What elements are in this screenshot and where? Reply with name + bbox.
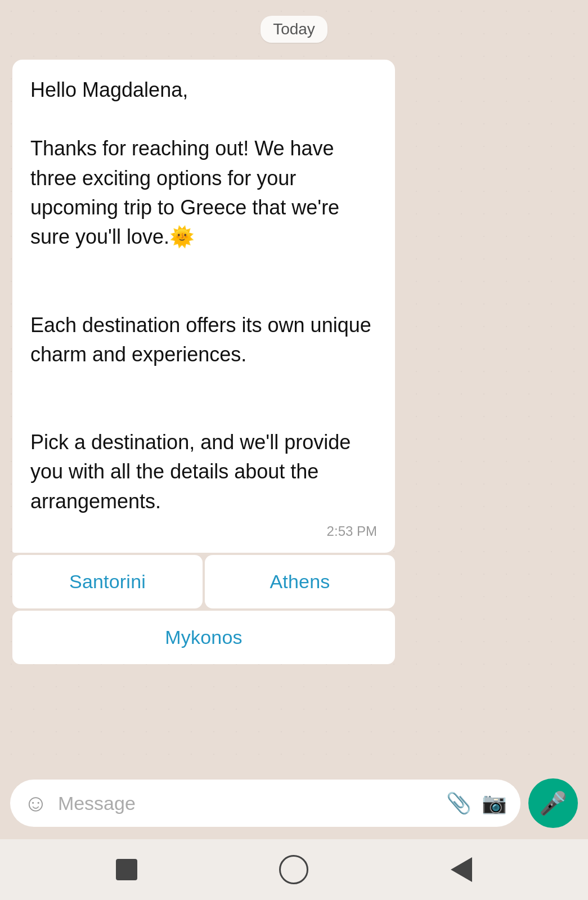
message-text-intro: Thanks for reaching out! We have three e… xyxy=(30,134,377,252)
mic-icon: 🎤 xyxy=(539,790,567,817)
date-badge: Today xyxy=(261,16,327,43)
quick-reply-santorini[interactable]: Santorini xyxy=(12,555,203,608)
nav-bar xyxy=(0,839,588,900)
input-area: ☺ Message 📎 📷 🎤 xyxy=(0,769,588,839)
message-bubble: Hello Magdalena, Thanks for reaching out… xyxy=(12,60,395,553)
message-timestamp: 2:53 PM xyxy=(30,522,377,541)
message-text-pick: Pick a destination, and we'll provide yo… xyxy=(30,428,377,516)
chat-container: Today Hello Magdalena, Thanks for reachi… xyxy=(0,0,588,900)
messages-area: Hello Magdalena, Thanks for reaching out… xyxy=(0,54,588,769)
message-placeholder[interactable]: Message xyxy=(58,792,436,814)
quick-reply-mykonos[interactable]: Mykonos xyxy=(12,611,395,664)
quick-replies-container: Santorini Athens Mykonos xyxy=(12,555,395,664)
back-icon[interactable] xyxy=(451,857,472,882)
quick-reply-row-1: Santorini Athens xyxy=(12,555,395,608)
quick-reply-athens[interactable]: Athens xyxy=(205,555,395,608)
date-badge-wrapper: Today xyxy=(0,0,588,54)
mic-button[interactable]: 🎤 xyxy=(528,778,578,828)
message-text-greeting: Hello Magdalena, xyxy=(30,75,377,105)
message-text-charm: Each destination offers its own unique c… xyxy=(30,311,377,369)
message-input-bar: ☺ Message 📎 📷 xyxy=(10,780,520,827)
incoming-message: Hello Magdalena, Thanks for reaching out… xyxy=(12,60,395,664)
emoji-icon[interactable]: ☺ xyxy=(24,790,48,817)
camera-icon[interactable]: 📷 xyxy=(482,791,507,815)
recents-icon[interactable] xyxy=(279,855,308,884)
attach-icon[interactable]: 📎 xyxy=(446,791,472,815)
quick-reply-row-2: Mykonos xyxy=(12,611,395,664)
home-icon[interactable] xyxy=(116,859,137,880)
